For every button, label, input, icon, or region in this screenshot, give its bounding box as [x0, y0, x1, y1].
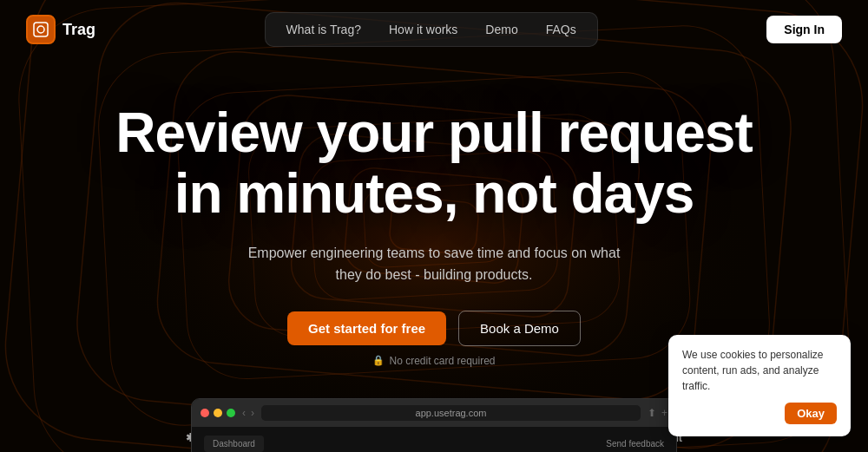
- minimize-dot[interactable]: [214, 409, 222, 417]
- lock-icon: 🔒: [372, 355, 385, 366]
- browser-send-feedback[interactable]: Send feedback: [606, 439, 664, 449]
- browser-url-bar[interactable]: app.usetrag.com: [261, 405, 641, 421]
- back-icon[interactable]: ‹: [242, 407, 246, 419]
- cookie-banner: We use cookies to personalize content, r…: [668, 335, 851, 436]
- browser-traffic-lights: [201, 409, 235, 417]
- navbar: Trag What is Trag? How it works Demo FAQ…: [0, 0, 868, 59]
- browser-bar: ‹ › app.usetrag.com ⬆ +: [192, 399, 676, 427]
- browser-mockup: ‹ › app.usetrag.com ⬆ + Dashboard Send f…: [191, 398, 677, 452]
- nav-demo[interactable]: Demo: [473, 18, 529, 41]
- browser-tab-dashboard[interactable]: Dashboard: [204, 436, 264, 452]
- nav-what-is-trag[interactable]: What is Trag?: [274, 18, 373, 41]
- maximize-dot[interactable]: [227, 409, 235, 417]
- hero-title: Review your pull request in minutes, not…: [17, 102, 851, 225]
- sign-in-button[interactable]: Sign In: [766, 16, 842, 43]
- nav-how-it-works[interactable]: How it works: [377, 18, 470, 41]
- no-cc-text: No credit card required: [389, 355, 495, 367]
- add-tab-icon[interactable]: +: [661, 407, 667, 419]
- logo: Trag: [26, 15, 95, 44]
- nav-links: What is Trag? How it works Demo FAQs: [265, 12, 598, 47]
- forward-icon[interactable]: ›: [251, 407, 254, 419]
- cookie-okay-button[interactable]: Okay: [785, 403, 837, 424]
- browser-nav-icons: ‹ ›: [242, 407, 254, 419]
- logo-text: Trag: [62, 21, 95, 39]
- get-started-button[interactable]: Get started for free: [287, 311, 446, 345]
- hero-subtitle: Empower engineering teams to save time a…: [17, 242, 851, 286]
- logo-icon: [26, 15, 56, 44]
- share-icon[interactable]: ⬆: [648, 407, 656, 419]
- hero-title-line2: in minutes, not days: [174, 162, 694, 225]
- cookie-text: We use cookies to personalize content, r…: [682, 347, 837, 394]
- svg-point-17: [37, 26, 44, 33]
- svg-rect-16: [34, 23, 48, 36]
- close-dot[interactable]: [201, 409, 209, 417]
- browser-actions: ⬆ +: [648, 407, 667, 419]
- hero-title-line1: Review your pull request: [115, 102, 753, 164]
- browser-content: Dashboard Send feedback: [192, 427, 676, 452]
- nav-faqs[interactable]: FAQs: [534, 18, 589, 41]
- book-demo-button[interactable]: Book a Demo: [458, 311, 581, 346]
